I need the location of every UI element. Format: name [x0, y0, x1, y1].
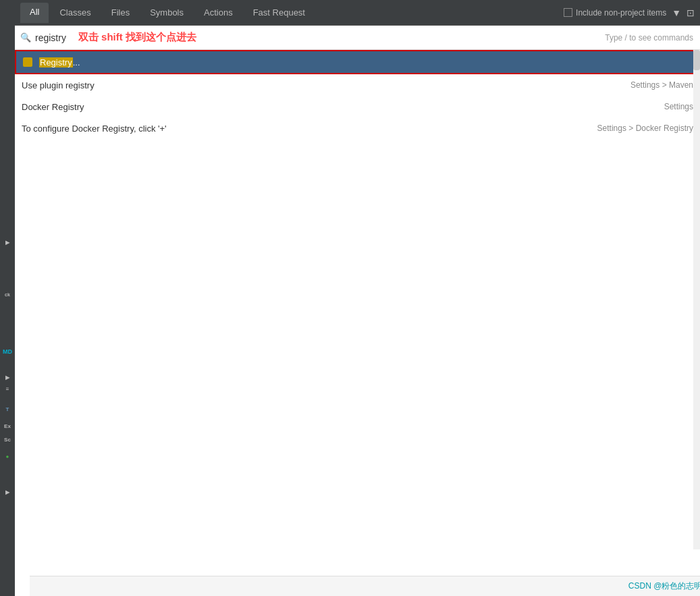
- tab-classes[interactable]: Classes: [50, 3, 100, 23]
- tabs-row: All Classes Files Symbols Actions Fast R…: [15, 0, 700, 26]
- include-non-project-checkbox[interactable]: [564, 8, 572, 17]
- scrollbar[interactable]: [693, 50, 700, 549]
- results-container: Registry... Use plugin registry Settings…: [15, 50, 700, 139]
- sidebar-sc[interactable]: Sc: [0, 432, 15, 447]
- result-item-use-plugin-registry[interactable]: Use plugin registry Settings > Maven: [15, 74, 700, 96]
- search-input-value[interactable]: registry: [35, 32, 66, 43]
- tabs-right: Include non-project items ▼ ⊡: [564, 7, 695, 18]
- result-left-1: Registry...: [23, 57, 80, 67]
- result-name-2: Use plugin registry: [22, 80, 95, 90]
- window-icon[interactable]: ⊡: [686, 7, 695, 18]
- sidebar-t[interactable]: T: [0, 402, 15, 416]
- sidebar-ex[interactable]: Ex: [0, 418, 15, 433]
- result-location-3: Settings: [664, 102, 693, 111]
- bottom-text: CSDN @粉色的志明..: [628, 580, 700, 592]
- filter-icon[interactable]: ▼: [672, 7, 681, 18]
- sidebar-lines[interactable]: ≡: [0, 381, 15, 396]
- result-item-registry[interactable]: Registry...: [15, 50, 700, 74]
- tab-all[interactable]: All: [20, 3, 49, 23]
- main-panel: All Classes Files Symbols Actions Fast R…: [15, 0, 700, 596]
- sidebar-ck[interactable]: ck: [0, 287, 15, 302]
- include-non-project-text: Include non-project items: [576, 8, 666, 18]
- tab-files[interactable]: Files: [102, 3, 139, 23]
- include-non-project-label[interactable]: Include non-project items: [564, 8, 666, 18]
- result-name-1: Registry...: [39, 57, 80, 67]
- result-location-4: Settings > Docker Registry: [597, 124, 693, 133]
- search-row: 🔍 registry 双击 shift 找到这个点进去 Type / to se…: [15, 26, 700, 50]
- result-name-3: Docker Registry: [22, 102, 84, 112]
- result-location-2: Settings > Maven: [630, 80, 693, 90]
- left-sidebar: ▶ ck MD ▶ ≡ T Ex Sc ● ▶: [0, 0, 15, 596]
- annotation-text: 双击 shift 找到这个点进去: [78, 31, 196, 44]
- sidebar-arrow-3[interactable]: ▶: [0, 485, 15, 499]
- result-item-configure-docker[interactable]: To configure Docker Registry, click '+' …: [15, 117, 700, 139]
- type-hint-text: Type / to see commands: [605, 33, 693, 43]
- bottom-bar: CSDN @粉色的志明..: [30, 576, 700, 596]
- scrollbar-thumb[interactable]: [693, 50, 700, 70]
- result-icon-1: [23, 57, 32, 67]
- sidebar-arrow-1[interactable]: ▶: [0, 235, 15, 250]
- result-item-docker-registry[interactable]: Docker Registry Settings: [15, 96, 700, 117]
- search-icon: 🔍: [20, 32, 31, 43]
- sidebar-green-dot[interactable]: ●: [0, 449, 15, 464]
- result-name-highlight-1: Registry: [39, 57, 73, 67]
- result-name-4: To configure Docker Registry, click '+': [22, 124, 167, 134]
- tab-symbols[interactable]: Symbols: [140, 3, 193, 23]
- tab-actions[interactable]: Actions: [194, 3, 242, 23]
- sidebar-md[interactable]: MD: [0, 344, 15, 359]
- tab-fast-request[interactable]: Fast Request: [244, 3, 315, 23]
